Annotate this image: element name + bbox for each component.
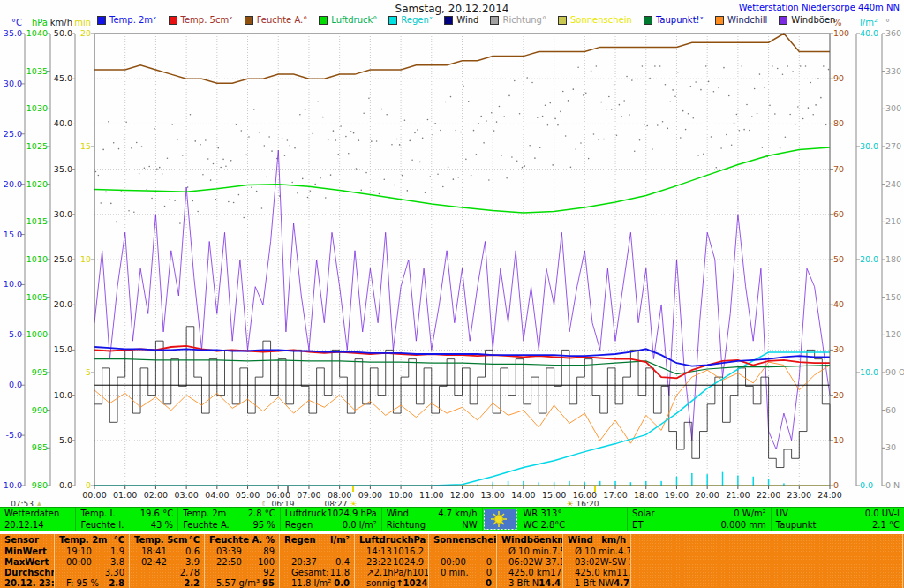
stats-row-header: MaxWert xyxy=(4,557,49,568)
legend-item-temp-5cm-[interactable]: Temp. 5cmˣ xyxy=(169,15,233,25)
svg-text:100: 100 xyxy=(833,28,849,38)
svg-text:120: 120 xyxy=(885,329,901,339)
stats-cell-value: 1019.2 xyxy=(412,568,428,578)
legend-item-windb-en[interactable]: Windböen xyxy=(779,15,835,25)
status-label: ET xyxy=(632,520,643,531)
svg-text:22:00: 22:00 xyxy=(757,490,780,500)
legend-label: Temp. 5cmˣ xyxy=(181,15,233,25)
legend-item-wind[interactable]: Wind xyxy=(444,15,478,25)
svg-text:15.0: 15.0 xyxy=(4,230,22,239)
status-label: Richtung xyxy=(387,520,426,531)
svg-text:1005: 1005 xyxy=(26,292,48,302)
svg-text:0: 0 xyxy=(86,480,91,490)
svg-text:-5.0: -5.0 xyxy=(5,430,22,440)
axis-%: %1009080706050403020100 xyxy=(830,18,849,490)
legend-item-feuchte-a-[interactable]: Feuchte A.° xyxy=(245,15,308,25)
svg-text:60: 60 xyxy=(833,209,844,219)
legend-item-sonnenschein[interactable]: Sonnenschein xyxy=(558,15,632,25)
legend-item-windchill[interactable]: Windchill xyxy=(715,15,767,25)
svg-text:30: 30 xyxy=(833,344,844,354)
stats-col-sensor: SensorMinWertMaxWertDurchschnitt20.12. 2… xyxy=(0,534,55,588)
svg-text:1015: 1015 xyxy=(26,216,48,226)
stats-cell-value: 95 xyxy=(262,578,275,588)
status-label: Wind xyxy=(387,509,409,520)
stats-col-name: Temp. 5cm xyxy=(134,535,187,546)
svg-text:05:00: 05:00 xyxy=(236,490,260,500)
svg-text:-10.0: -10.0 xyxy=(0,480,22,490)
stats-cell-label xyxy=(433,547,441,557)
legend-swatch-icon xyxy=(779,16,787,25)
stats-cell-label: 03:39 xyxy=(209,547,242,557)
stats-cell-label xyxy=(284,547,291,557)
legend-swatch-icon xyxy=(558,16,567,25)
stats-col-name: Sonnenschein xyxy=(433,535,496,546)
axis-°: °360 N330300270 W240210180 S15012090 O60… xyxy=(882,18,904,490)
status-value: 0.0 UV-I xyxy=(865,509,900,520)
legend-item-regen-[interactable]: Regenˣ xyxy=(388,15,433,25)
svg-text:5.0: 5.0 xyxy=(59,435,72,445)
x-axis: 00:0001:0002:0003:0004:0005:0006:0007:00… xyxy=(82,486,841,500)
stats-cell-value: 3.9 xyxy=(185,557,200,568)
legend-swatch-icon xyxy=(388,16,397,25)
svg-text:150: 150 xyxy=(885,292,901,302)
svg-text:995: 995 xyxy=(32,367,48,377)
svg-text:13:00: 13:00 xyxy=(481,490,505,500)
stats-cell-value: 17.7 xyxy=(550,568,562,578)
svg-text:0: 0 xyxy=(833,480,839,490)
legend-swatch-icon xyxy=(644,16,652,25)
svg-text:16:00: 16:00 xyxy=(573,490,597,500)
stats-cell-label: 22:50 xyxy=(209,557,242,568)
axis-hPa: hPa1040103510301025102010151010100510009… xyxy=(26,18,50,490)
legend-label: Regenˣ xyxy=(401,15,433,25)
svg-text:10: 10 xyxy=(833,435,844,445)
svg-text:10:00: 10:00 xyxy=(388,490,412,500)
status-label: Taupunkt xyxy=(776,520,817,531)
legend-item-richtung-[interactable]: Richtung° xyxy=(490,15,546,25)
stats-cell-value: 1024.9 xyxy=(393,557,424,568)
stats-cell-value: 2.78 xyxy=(180,568,200,578)
legend-item-temp-2m-[interactable]: Temp. 2mˣ xyxy=(97,15,157,25)
svg-text:30: 30 xyxy=(885,442,896,452)
svg-text:330: 330 xyxy=(885,66,901,76)
legend-item-luftdruck-[interactable]: Luftdruck° xyxy=(319,15,377,25)
stats-col-windb-en: Windböenkm/hØ 10 min.7.506:02W 37.1425.0… xyxy=(497,534,563,588)
legend-swatch-icon xyxy=(169,16,177,25)
status-label: Regen xyxy=(285,520,313,531)
svg-text:☀ 16:20: ☀ 16:20 xyxy=(567,500,599,506)
axis-°C: °C35.030.025.020.015.010.05.00.0-5.0-10.… xyxy=(0,18,25,490)
stats-cell-value: 92 xyxy=(263,568,275,578)
svg-text:0.0: 0.0 xyxy=(9,380,22,389)
stats-cell-value: 0 xyxy=(486,578,492,588)
svg-text:09:00: 09:00 xyxy=(358,490,382,500)
svg-text:20:00: 20:00 xyxy=(695,490,719,500)
stats-col-name: Windböen xyxy=(501,535,552,546)
svg-text:10.0: 10.0 xyxy=(860,367,878,377)
stats-row-header: MinWert xyxy=(4,547,47,557)
legend-label: Taupunkt!ˣ xyxy=(656,15,704,25)
stats-cell-value: 2.8 xyxy=(109,578,124,588)
svg-text:1010: 1010 xyxy=(26,254,48,264)
forecast-weather-icon[interactable] xyxy=(483,508,519,531)
statusbar-cell-2: Temp. 2m2.8 °CFeuchte A.95 % xyxy=(178,508,281,531)
stats-cell-value: 1016.2 xyxy=(393,547,424,557)
svg-text:5: 5 xyxy=(86,367,91,377)
series-regen-intensit-t xyxy=(477,472,785,486)
svg-text:21:00: 21:00 xyxy=(726,490,750,500)
svg-text:km/h: km/h xyxy=(50,18,72,27)
svg-text:20.0: 20.0 xyxy=(54,299,72,309)
stats-col-name: Temp. 2m xyxy=(59,535,108,546)
status-label: Feuchte A. xyxy=(183,520,230,531)
stats-col-unit: km/h xyxy=(552,535,562,546)
status-value: 4.7 km/h xyxy=(438,509,477,520)
svg-text:35.0: 35.0 xyxy=(4,28,22,38)
svg-text:02:00: 02:00 xyxy=(144,490,168,500)
stats-col-regen: Regenl/m²20:370.4Gesamt:11.811.8 l/m²0.0 xyxy=(280,534,355,588)
series-feuchte-a- xyxy=(94,34,830,83)
svg-text:40.0: 40.0 xyxy=(54,118,72,128)
svg-text:1035: 1035 xyxy=(26,66,48,76)
svg-text:20: 20 xyxy=(833,390,844,400)
legend-item-taupunkt-[interactable]: Taupunkt!ˣ xyxy=(644,15,704,25)
statusbar-right-cell-0: WR 313°WC 2.8°C xyxy=(518,508,628,531)
svg-text:l/m²: l/m² xyxy=(860,18,878,27)
svg-text:985: 985 xyxy=(32,442,48,452)
